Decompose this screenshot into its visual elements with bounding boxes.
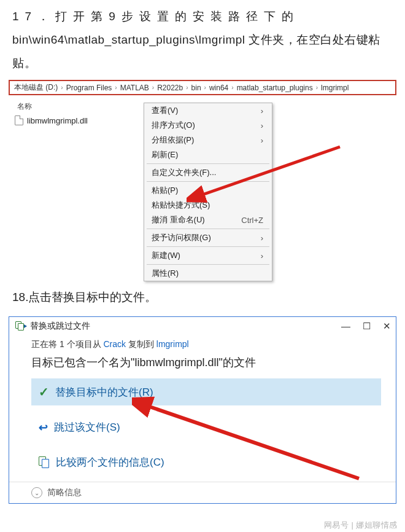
watermark: 网易号 | 娜姐聊情感 — [324, 520, 398, 531]
breadcrumb-seg[interactable]: R2022b — [155, 84, 185, 92]
copy-files-icon — [15, 321, 25, 331]
option-replace-label: 替换目标中的文件(R) — [55, 385, 153, 399]
breadcrumb-seg[interactable]: lmgrimpl — [319, 84, 350, 92]
chevron-right-icon: › — [151, 84, 155, 91]
menu-separator — [147, 264, 269, 265]
minimize-button[interactable]: — — [341, 321, 350, 332]
context-menu: 查看(V)› 排序方式(O)› 分组依据(P)› 刷新(E) 自定义文件夹(F)… — [144, 103, 272, 281]
breadcrumb-seg[interactable]: MATLAB — [118, 84, 151, 92]
menu-item-new[interactable]: 新建(W)› — [144, 248, 272, 263]
skip-icon: ↩ — [39, 421, 48, 434]
maximize-button[interactable]: ☐ — [363, 321, 371, 332]
breadcrumb-seg[interactable]: 本地磁盘 (D:) — [12, 82, 60, 93]
replace-dialog: 替换或跳过文件 — ☐ ✕ 正在将 1 个项目从 Crack 复制到 lmgri… — [9, 316, 396, 504]
step-17-line2: bin\win64\matlab_startup_plugins\lmgrimp… — [12, 33, 380, 69]
option-compare-label: 比较两个文件的信息(C) — [56, 455, 164, 469]
breadcrumb-seg[interactable]: bin — [190, 84, 203, 92]
chevron-right-icon: › — [261, 106, 263, 115]
breadcrumb-seg[interactable]: matlab_startup_plugins — [235, 84, 315, 92]
chevron-right-icon: › — [261, 121, 263, 130]
step-18-text: 18.点击替换目标中的文件。 — [0, 282, 405, 311]
menu-item-paste[interactable]: 粘贴(P) — [144, 183, 272, 198]
menu-item-paste-shortcut[interactable]: 粘贴快捷方式(S) — [144, 198, 272, 213]
explorer-pane[interactable]: 名称 libmwlmgrimpl.dll 查看(V)› 排序方式(O)› 分组依… — [9, 98, 396, 282]
copy-src: Crack — [103, 339, 126, 349]
chevron-right-icon: › — [230, 84, 234, 91]
copy-dst: lmgrimpl — [156, 339, 189, 349]
menu-item-refresh[interactable]: 刷新(E) — [144, 147, 272, 162]
breadcrumb[interactable]: 本地磁盘 (D:)› Program Files› MATLAB› R2022b… — [9, 80, 396, 95]
check-icon: ✓ — [39, 385, 49, 399]
chevron-right-icon: › — [114, 84, 118, 91]
option-compare[interactable]: 比较两个文件的信息(C) — [31, 449, 381, 475]
chevron-right-icon: › — [203, 84, 207, 91]
chevron-right-icon: › — [185, 84, 189, 91]
chevron-down-icon[interactable]: ⌄ — [31, 487, 42, 498]
dialog-title-text: 替换或跳过文件 — [30, 321, 90, 332]
menu-separator — [147, 229, 269, 229]
step-17-text: 17．打开第9步设置的安装路径下的 bin\win64\matlab_start… — [0, 0, 405, 77]
option-skip-label: 跳过该文件(S) — [54, 420, 120, 434]
shortcut-label: Ctrl+Z — [241, 216, 263, 225]
dialog-titlebar[interactable]: 替换或跳过文件 — ☐ ✕ — [9, 317, 396, 334]
file-name: libmwlmgrimpl.dll — [27, 116, 88, 125]
menu-separator — [147, 181, 269, 182]
option-replace[interactable]: ✓ 替换目标中的文件(R) — [31, 378, 381, 405]
step-17-line1: 17．打开第9步设置的安装路径下的 — [12, 10, 299, 23]
already-contains-line: 目标已包含一个名为"libmwlmgrimpl.dll"的文件 — [31, 355, 381, 370]
menu-item-group[interactable]: 分组依据(P)› — [144, 133, 272, 147]
copying-line: 正在将 1 个项目从 Crack 复制到 lmgrimpl — [31, 339, 381, 350]
breadcrumb-seg[interactable]: Program Files — [64, 84, 114, 92]
menu-item-share[interactable]: 授予访问权限(G)› — [144, 230, 272, 245]
menu-item-view[interactable]: 查看(V)› — [144, 103, 272, 118]
menu-item-properties[interactable]: 属性(R) — [144, 266, 272, 281]
menu-item-sort[interactable]: 排序方式(O)› — [144, 118, 272, 133]
menu-item-customize[interactable]: 自定义文件夹(F)... — [144, 165, 272, 180]
file-icon — [15, 115, 23, 125]
chevron-right-icon: › — [315, 84, 319, 91]
conflict-file-name: libmwlmgrimpl.dll — [134, 356, 218, 369]
close-button[interactable]: ✕ — [383, 321, 391, 332]
option-skip[interactable]: ↩ 跳过该文件(S) — [31, 414, 381, 440]
chevron-right-icon: › — [261, 251, 263, 260]
footer-label: 简略信息 — [47, 487, 82, 498]
menu-separator — [147, 246, 269, 247]
chevron-right-icon: › — [60, 84, 64, 91]
compare-icon — [39, 456, 50, 469]
menu-item-undo[interactable]: 撤消 重命名(U)Ctrl+Z — [144, 213, 272, 227]
dialog-body: 正在将 1 个项目从 Crack 复制到 lmgrimpl 目标已包含一个名为"… — [9, 334, 396, 482]
breadcrumb-seg[interactable]: win64 — [207, 84, 230, 92]
dialog-footer[interactable]: ⌄ 简略信息 — [9, 482, 396, 503]
menu-separator — [147, 163, 269, 164]
chevron-right-icon: › — [261, 136, 263, 145]
chevron-right-icon: › — [261, 233, 263, 243]
